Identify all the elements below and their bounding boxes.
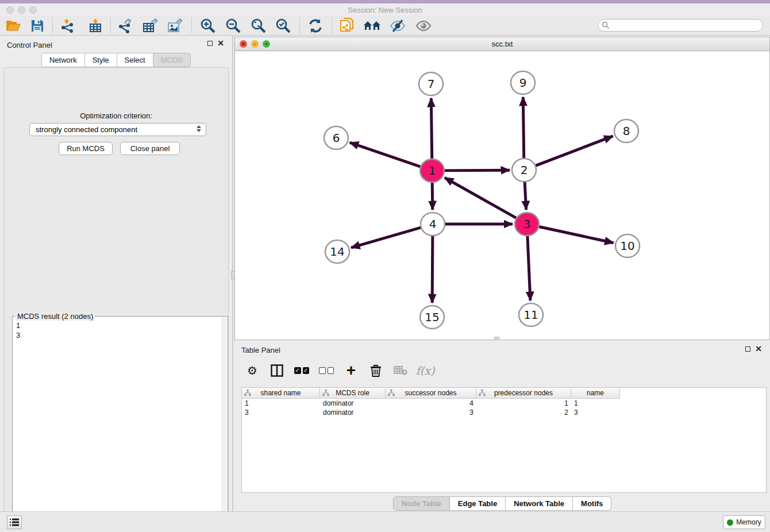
tab-node-table[interactable]: Node Table — [393, 496, 450, 511]
graph-node-2[interactable]: 2 — [512, 159, 536, 182]
memory-button[interactable]: Memory — [723, 515, 765, 529]
graph-node-10[interactable]: 10 — [615, 234, 640, 257]
tab-network[interactable]: Network — [41, 53, 85, 67]
apply-layout-icon[interactable] — [306, 17, 325, 34]
control-panel-tabs: Network Style Select MCDS — [0, 53, 232, 67]
float-panel-icon[interactable] — [207, 41, 213, 46]
tab-motifs[interactable]: Motifs — [573, 496, 611, 511]
tab-network-table[interactable]: Network Table — [506, 496, 573, 511]
function-builder-icon[interactable]: f(x) — [418, 363, 433, 378]
deselect-all-icon[interactable] — [319, 363, 334, 378]
toolbar-separator — [191, 18, 192, 33]
table-row[interactable]: 1dominator411 — [242, 399, 766, 408]
add-column-icon[interactable]: + — [344, 363, 359, 378]
zoom-in-icon[interactable] — [198, 17, 218, 34]
result-scrollbar[interactable] — [222, 317, 227, 532]
table-cell[interactable]: 3 — [571, 408, 620, 417]
graph-node-11[interactable]: 11 — [519, 303, 543, 326]
import-table-icon[interactable] — [86, 17, 105, 34]
tab-mcds[interactable]: MCDS — [153, 53, 191, 67]
edge-3-11[interactable] — [528, 236, 530, 300]
gear-icon[interactable]: ⚙ — [245, 363, 260, 378]
table-cell[interactable]: 1 — [476, 399, 571, 408]
edge-4-14[interactable] — [351, 228, 422, 248]
column-header-shared-name[interactable]: shared name — [242, 388, 320, 399]
graph-node-3[interactable]: 3 — [515, 213, 539, 236]
tab-style[interactable]: Style — [85, 53, 117, 67]
graph-node-9[interactable]: 9 — [511, 71, 535, 94]
svg-text:8: 8 — [623, 124, 630, 138]
float-table-panel-icon[interactable] — [745, 346, 750, 352]
graph-node-4[interactable]: 4 — [421, 213, 445, 236]
table-row[interactable]: 3dominator323 — [242, 408, 766, 417]
edge-1-2[interactable] — [444, 170, 510, 171]
hide-selected-icon[interactable] — [388, 17, 407, 34]
column-header-successor-nodes[interactable]: successor nodes — [386, 388, 476, 399]
graph-node-8[interactable]: 8 — [614, 119, 638, 142]
show-all-icon[interactable] — [414, 17, 433, 34]
table-cell[interactable]: dominator — [320, 399, 386, 408]
open-folder-icon[interactable] — [3, 17, 23, 34]
select-all-icon[interactable]: ✓✓ — [294, 363, 309, 378]
clone-network-icon[interactable] — [337, 17, 357, 34]
app-title: Session: New Session — [0, 6, 770, 14]
search-input[interactable] — [612, 21, 756, 29]
toolbar-separator — [332, 18, 332, 33]
edge-1-4[interactable] — [432, 182, 433, 210]
zoom-selected-icon[interactable] — [274, 17, 293, 34]
edge-3-1[interactable] — [445, 178, 517, 218]
svg-text:10: 10 — [620, 239, 634, 253]
dropdown-spinner-icon — [197, 125, 201, 132]
delete-table-icon[interactable] — [393, 363, 408, 378]
first-neighbors-icon[interactable] — [363, 17, 382, 34]
table-cell[interactable]: 1 — [571, 399, 620, 408]
edge-2-9[interactable] — [523, 97, 523, 159]
graph-node-6[interactable]: 6 — [324, 126, 348, 149]
close-panel-icon[interactable]: ✕ — [217, 40, 224, 47]
edge-3-10[interactable] — [538, 226, 614, 242]
svg-text:1: 1 — [429, 164, 436, 178]
export-table-icon[interactable] — [141, 17, 160, 34]
edge-1-7[interactable] — [431, 98, 432, 159]
export-network-icon[interactable] — [116, 17, 135, 34]
network-window-titlebar[interactable]: ✕ − + scc.txt — [235, 37, 769, 51]
svg-text:7: 7 — [428, 77, 435, 91]
table-cell[interactable]: 1 — [242, 399, 320, 408]
edge-4-15[interactable] — [432, 236, 433, 303]
svg-text:3: 3 — [523, 217, 531, 231]
export-image-icon[interactable] — [165, 17, 185, 34]
column-view-icon[interactable] — [270, 363, 284, 378]
column-header-name[interactable]: name — [571, 388, 620, 399]
search-icon — [602, 21, 610, 29]
graph-node-15[interactable]: 15 — [420, 306, 444, 329]
criterion-dropdown[interactable]: strongly connected component — [29, 123, 206, 136]
graph-node-7[interactable]: 7 — [419, 72, 443, 95]
table-body: 1dominator4113dominator323 — [242, 399, 766, 417]
save-icon[interactable] — [28, 17, 47, 34]
table-cell[interactable]: 3 — [242, 408, 320, 417]
table-cell[interactable]: 3 — [386, 408, 476, 417]
search-field[interactable] — [598, 19, 763, 32]
edge-2-8[interactable] — [535, 136, 613, 166]
zoom-fit-icon[interactable] — [249, 17, 268, 34]
task-history-button[interactable] — [7, 515, 22, 529]
network-canvas[interactable]: 7968124314101511 — [235, 51, 769, 340]
column-header-mcds-role[interactable]: MCDS role — [320, 388, 386, 399]
table-cell[interactable]: 2 — [476, 408, 571, 417]
tab-edge-table[interactable]: Edge Table — [450, 496, 506, 511]
column-header-predecessor-nodes[interactable]: predecessor nodes — [476, 388, 571, 399]
graph-node-14[interactable]: 14 — [325, 240, 349, 263]
edge-1-6[interactable] — [350, 142, 421, 167]
delete-column-icon[interactable] — [368, 363, 383, 378]
mcds-result-text[interactable]: 1 3 — [13, 318, 221, 531]
tab-select[interactable]: Select — [117, 53, 153, 67]
zoom-out-icon[interactable] — [224, 17, 243, 34]
table-cell[interactable]: dominator — [320, 408, 386, 417]
run-mcds-button[interactable]: Run MCDS — [59, 142, 113, 155]
close-table-panel-icon[interactable]: ✕ — [755, 346, 762, 352]
graph-node-1[interactable]: 1 — [420, 159, 444, 182]
table-cell[interactable]: 4 — [386, 399, 476, 408]
edge-2-3[interactable] — [525, 182, 526, 210]
close-panel-button[interactable]: Close panel — [120, 142, 180, 155]
import-network-icon[interactable] — [58, 17, 78, 34]
